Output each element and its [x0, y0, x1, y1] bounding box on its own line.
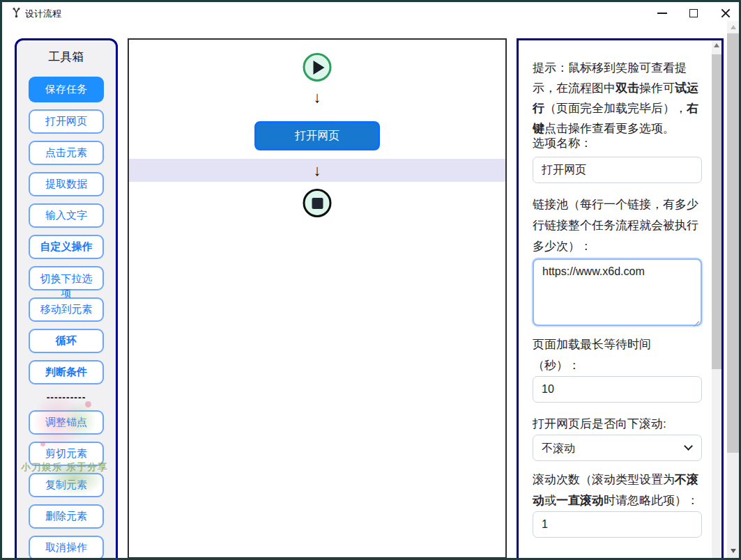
toolbox-button-0[interactable]: 保存任务 — [29, 77, 104, 102]
toolbox-button-3[interactable]: 提取数据 — [29, 172, 104, 196]
toolbox-button-1[interactable]: 打开网页 — [29, 109, 104, 134]
minimize-icon — [657, 13, 667, 14]
close-button[interactable] — [715, 4, 736, 22]
scroll-type-label: 打开网页后是否向下滚动: — [533, 414, 702, 435]
tip-text: 提示：鼠标移到笑脸可查看提示，在流程图中双击操作可试运行（页面完全加载完毕后），… — [533, 58, 702, 139]
title-bar: 设计流程 — [2, 2, 739, 23]
toolbox-button-9[interactable]: 判断条件 — [29, 360, 104, 384]
scroll-count-input[interactable] — [533, 511, 702, 538]
toolbox-button-5[interactable]: 自定义操作 — [29, 235, 104, 259]
toolbox-button-label: 保存任务 — [45, 83, 87, 96]
scroll-up-icon[interactable] — [727, 21, 739, 33]
flow-node-open-webpage[interactable]: 打开网页 — [254, 121, 380, 150]
toolbox-button-14[interactable]: 删除元素 — [29, 504, 104, 529]
flow-arrow-down: ↓ — [314, 162, 321, 180]
toolbox-button-label: 复制元素 — [45, 479, 87, 492]
close-icon — [721, 8, 731, 18]
toolbox-button-label: 提取数据 — [45, 178, 87, 191]
properties-panel: 提示：鼠标移到笑脸可查看提示，在流程图中双击操作可试运行（页面完全加载完毕后），… — [517, 38, 724, 560]
toolbox-button-label: 循环 — [56, 334, 77, 348]
maximize-icon — [689, 9, 698, 17]
toolbox-button-15[interactable]: 取消操作 — [29, 536, 104, 560]
toolbox-button-label: 输入文字 — [45, 209, 87, 222]
play-icon — [314, 61, 325, 75]
toolbox-button-12[interactable]: 剪切元素 — [29, 442, 104, 466]
properties-content: 提示：鼠标移到笑脸可查看提示，在流程图中双击操作可试运行（页面完全加载完毕后），… — [533, 40, 702, 538]
scroll-type-select[interactable]: 不滚动 — [533, 435, 702, 461]
link-pool-textarea[interactable]: https://www.x6d.com — [533, 258, 702, 326]
toolbox-button-label: 打开网页 — [45, 115, 87, 128]
flow-arrow-down: ↓ — [314, 88, 321, 107]
resize-grip-icon[interactable] — [693, 317, 699, 323]
panel-scrollbar[interactable] — [712, 40, 721, 560]
toolbox-button-label: 切换下拉选项 — [38, 271, 95, 300]
flow-canvas[interactable]: ↓ 打开网页 ↓ — [128, 38, 507, 559]
toolbox-button-label: 删除元素 — [45, 510, 87, 523]
toolbox-button-8[interactable]: 循环 — [29, 329, 104, 353]
toolbox-button-label: 调整锚点 — [45, 416, 87, 429]
scroll-down-icon[interactable] — [727, 546, 739, 556]
toolbox-separator: ---------- — [17, 391, 116, 403]
panel-scrollbar-thumb[interactable] — [712, 54, 721, 369]
app-window: 设计流程 工具箱 保存任务打开网页点击元素提取数据输入文字自定义操作切换下拉选项… — [0, 0, 741, 560]
scroll-count-label: 滚动次数（滚动类型设置为不滚动或一直滚动时请忽略此项）： — [533, 469, 702, 511]
option-name-input[interactable] — [533, 157, 702, 183]
toolbox-button-label: 点击元素 — [45, 146, 87, 160]
toolbox-title: 工具箱 — [17, 49, 116, 65]
toolbox-button-7[interactable]: 移动到元素 — [29, 297, 104, 322]
toolbox-button-4[interactable]: 输入文字 — [29, 203, 104, 228]
toolbox-button-label: 移动到元素 — [40, 303, 93, 316]
wait-time-input[interactable] — [533, 376, 702, 403]
maximize-button[interactable] — [683, 4, 704, 22]
end-node[interactable] — [303, 189, 332, 217]
toolbox-button-2[interactable]: 点击元素 — [29, 141, 104, 165]
app-icon — [11, 7, 22, 18]
start-node[interactable] — [303, 53, 332, 81]
toolbox-button-13[interactable]: 复制元素 — [29, 473, 104, 497]
window-scrollbar-thumb[interactable] — [727, 33, 739, 453]
link-pool-label: 链接池（每行一个链接，有多少行链接整个任务流程就会被执行多少次）： — [533, 194, 702, 257]
window-scrollbar[interactable] — [727, 21, 739, 558]
wait-time-label: 页面加载最长等待时间 （秒）： — [533, 334, 702, 376]
toolbox-sidebar: 工具箱 保存任务打开网页点击元素提取数据输入文字自定义操作切换下拉选项移动到元素… — [15, 38, 118, 560]
insert-lane[interactable]: ↓ — [129, 159, 505, 182]
toolbox-button-label: 取消操作 — [45, 541, 87, 554]
toolbox-button-label: 自定义操作 — [40, 240, 93, 254]
toolbox-button-label: 判断条件 — [45, 366, 87, 379]
scroll-up-icon[interactable] — [712, 43, 721, 52]
stop-icon — [312, 198, 323, 209]
window-title: 设计流程 — [25, 8, 61, 20]
toolbox-button-list: 保存任务打开网页点击元素提取数据输入文字自定义操作切换下拉选项移动到元素循环判断… — [17, 77, 116, 560]
toolbox-button-11[interactable]: 调整锚点 — [29, 410, 104, 435]
toolbox-button-6[interactable]: 切换下拉选项 — [29, 266, 104, 290]
minimize-button[interactable] — [652, 4, 673, 22]
toolbox-button-label: 剪切元素 — [45, 447, 87, 460]
